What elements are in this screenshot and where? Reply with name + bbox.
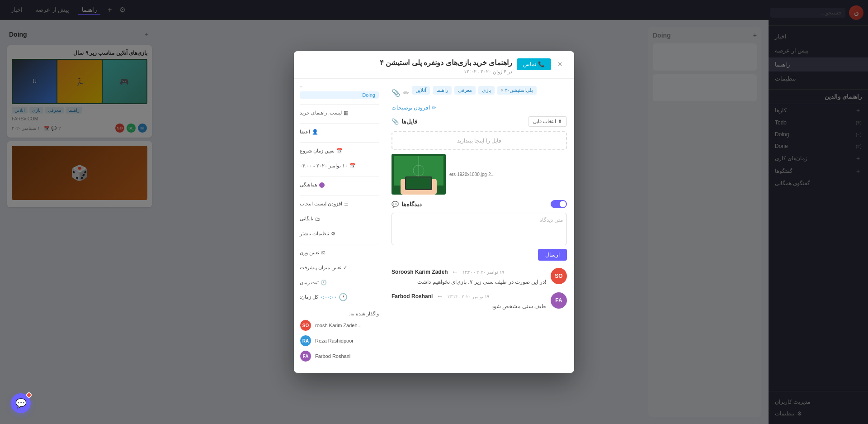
chat-float-btn[interactable]: 💬 — [11, 393, 31, 413]
comment-icon: 💬 — [392, 201, 399, 208]
tag-label: راهنما — [436, 87, 448, 93]
comments-title: دیدگاه‌ها 💬 — [392, 201, 422, 208]
detail-start-time: 📅 تعیین زمان شروع — [300, 146, 379, 156]
comment-body: ۱۹ نوامبر ۲۰۲۰ - ۱۴:۲۰ ← Soroosh Karim Z… — [392, 268, 546, 286]
modal-title: راهنمای خرید بازی‌های دونفره پلی استیشن … — [303, 58, 512, 67]
tag-label: پلی‌استیشن-۴ — [505, 87, 533, 93]
send-comment-btn[interactable]: ارسال — [538, 249, 567, 261]
phone-icon: 📞 — [538, 61, 545, 67]
comment-time: ۱۹ نوامبر ۲۰۲۰ - ۱۳:۱۴ — [447, 294, 489, 299]
tag: پلی‌استیشن-۴ × — [497, 86, 537, 95]
tag: معرفی — [454, 86, 476, 95]
set-progress-btn[interactable]: ✓ تعیین میزان پیشرفت — [300, 263, 379, 272]
archive-icon: 🗂 — [315, 216, 320, 222]
assigned-user: ...roosh Karim Zadeh SO — [300, 319, 379, 331]
files-section-title: فایل‌ها 📎 — [392, 118, 417, 125]
detail-weight: ⚖ تعیین وزن — [300, 248, 379, 257]
file-name: ...ers-1920x1080.jpg-2 — [449, 172, 495, 177]
list-icon: ≡ — [300, 84, 302, 90]
members-btn[interactable]: 👤 اعضا — [300, 127, 379, 137]
check-icon: ✓ — [343, 265, 347, 271]
comment-body: ۱۹ نوامبر ۲۰۲۰ - ۱۳:۱۴ ← Farbod Roshani … — [392, 292, 546, 310]
modal-title-area: راهنمای خرید بازی‌های دونفره پلی استیشن … — [303, 58, 512, 75]
user-name: ...roosh Karim Zadeh — [315, 323, 362, 328]
status-badge[interactable]: Doing — [300, 91, 379, 99]
user-icon: 👤 — [312, 129, 318, 135]
set-start-time-btn[interactable]: 📅 تعیین زمان شروع — [300, 146, 379, 156]
detail-members: 👤 اعضا — [300, 127, 379, 137]
detail-log-time: 🕐 ثبت زمان — [300, 278, 379, 287]
settings-icon: ⚙ — [331, 231, 335, 237]
avatar: FA — [300, 350, 311, 362]
files-section-header: ⬆ انتخاب فایل فایل‌ها 📎 — [392, 116, 567, 127]
upload-file-btn[interactable]: ⬆ انتخاب فایل — [528, 116, 567, 127]
file-drop-area[interactable]: فایل را اینجا بیندازید — [392, 131, 567, 150]
pencil-icon[interactable]: ✏ — [403, 89, 409, 97]
comments-list: SO ۱۹ نوامبر ۲۰۲۰ - ۱۴:۲۰ ← Soroosh Kari… — [392, 268, 567, 310]
modal-close-button[interactable]: × — [555, 59, 565, 70]
file-thumbnail[interactable] — [392, 154, 446, 195]
date-range-btn[interactable]: 📅 ۱۰ نوامبر ۲۰۲۰ - ۰۳:۰۰ — [300, 161, 379, 171]
comment-input-area[interactable] — [392, 213, 567, 245]
comment-author: Farbod Roshani — [392, 293, 433, 300]
add-checklist-btn[interactable]: ☰ افزودن لیست انتخاب — [300, 199, 379, 209]
assigned-user: Farbod Roshani FA — [300, 350, 379, 362]
user-name: Reza Rashidpoor — [315, 338, 354, 343]
tag-label: آنلاین — [415, 87, 426, 93]
scale-icon: ⚖ — [321, 250, 326, 256]
comment-time: ۱۹ نوامبر ۲۰۲۰ - ۱۴:۲۰ — [462, 270, 504, 275]
clock-icon: 🕐 — [321, 280, 327, 286]
detail-total-time: 🕐 ۰:۰۰:۰۰ کل زمان: — [300, 293, 379, 301]
notification-dot — [26, 392, 32, 398]
comment-arrow: ← — [436, 292, 443, 300]
detail-checklist: ☰ افزودن لیست انتخاب — [300, 199, 379, 209]
tag-label: معرفی — [458, 87, 472, 93]
pin-icon[interactable]: 📎 — [392, 89, 401, 97]
archive-btn[interactable]: 🗂 بایگانی — [300, 214, 379, 224]
modal-header: × 📞 تماس راهنمای خرید بازی‌های دونفره پل… — [294, 51, 574, 79]
tag-close-icon[interactable]: × — [501, 88, 504, 93]
comment-avatar: FA — [551, 292, 567, 309]
coordination-dot — [319, 182, 325, 188]
more-settings-btn[interactable]: ⚙ تنظیمات بیشتر — [300, 229, 379, 238]
detail-coordination: هماهنگی — [300, 180, 379, 190]
modal-main-content: پلی‌استیشن-۴ × بازی معرفی راهنما — [384, 79, 574, 373]
modal-body: پلی‌استیشن-۴ × بازی معرفی راهنما — [294, 79, 574, 373]
modal-tags: پلی‌استیشن-۴ × بازی معرفی راهنما — [412, 86, 537, 95]
tag: بازی — [478, 86, 495, 95]
assigned-user: Reza Rashidpoor RA — [300, 335, 379, 347]
checklist-icon: ☰ — [344, 201, 349, 207]
detail-archive: 🗂 بایگانی — [300, 214, 379, 224]
add-description-btn[interactable]: ✏ افزودن توضیحات — [392, 105, 567, 111]
assigned-label: واگذار شده به: — [300, 311, 379, 317]
detail-progress: ✓ تعیین میزان پیشرفت — [300, 263, 379, 272]
comment-author: Soroosh Karim Zadeh — [392, 269, 448, 275]
log-time-btn[interactable]: 🕐 ثبت زمان — [300, 278, 379, 287]
set-weight-btn[interactable]: ⚖ تعیین وزن — [300, 248, 379, 257]
tag: آنلاین — [412, 86, 430, 95]
calendar-icon: 📅 — [336, 148, 343, 154]
total-time-value: ۰:۰۰:۰۰ — [320, 294, 337, 300]
paperclip-icon: 📎 — [392, 118, 399, 125]
toggle-switch[interactable] — [551, 200, 567, 208]
comment-textarea[interactable] — [396, 217, 563, 239]
comment-item: SO ۱۹ نوامبر ۲۰۲۰ - ۱۴:۲۰ ← Soroosh Kari… — [392, 268, 567, 286]
coordination-btn[interactable]: هماهنگی — [300, 180, 379, 190]
comments-section-header: دیدگاه‌ها 💬 — [392, 200, 567, 208]
detail-label: ≡ — [300, 84, 379, 90]
calendar-icon: 📅 — [349, 163, 356, 169]
svg-rect-6 — [406, 177, 431, 189]
detail-date-range: 📅 ۱۰ نوامبر ۲۰۲۰ - ۰۳:۰۰ — [300, 161, 379, 171]
comment-header: ۱۹ نوامبر ۲۰۲۰ - ۱۳:۱۴ ← Farbod Roshani — [392, 292, 546, 300]
pencil-icon: ✏ — [432, 105, 436, 111]
list-icon: ▦ — [344, 110, 348, 116]
comment-text: طیف سنی مشخص شود — [392, 302, 546, 310]
avatar: SO — [300, 319, 311, 331]
contact-button[interactable]: 📞 تماس — [517, 58, 551, 70]
modal-overlay[interactable]: × 📞 تماس راهنمای خرید بازی‌های دونفره پل… — [0, 0, 868, 424]
list-btn[interactable]: ▦ لیست: راهنمای خرید — [300, 108, 379, 118]
user-name: Farbod Roshani — [315, 353, 350, 359]
tag-label: بازی — [482, 87, 491, 93]
task-modal: × 📞 تماس راهنمای خرید بازی‌های دونفره پل… — [294, 51, 574, 373]
toggle-knob — [560, 201, 566, 207]
